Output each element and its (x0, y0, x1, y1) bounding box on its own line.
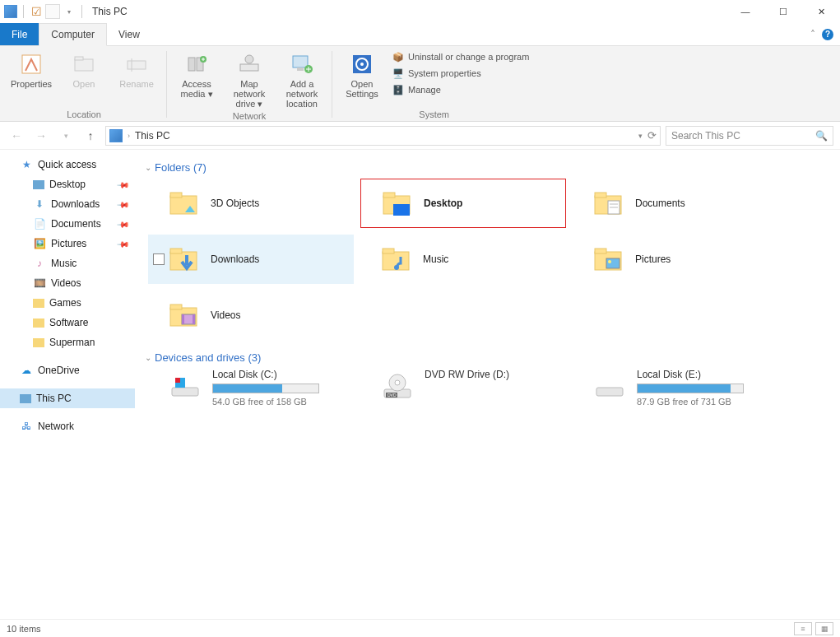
address-bar[interactable]: › This PC ▾ ⟳ (105, 126, 661, 146)
videos-icon: 🎞️ (33, 277, 46, 290)
svg-rect-2 (75, 57, 83, 60)
sidebar-item-software[interactable]: Software (0, 313, 135, 332)
breadcrumb[interactable]: This PC (135, 130, 170, 142)
ribbon-tabs: File Computer View ˄ ? (0, 23, 840, 46)
sidebar-item-pictures[interactable]: 🖼️Pictures📌 (0, 234, 135, 253)
drive-usage-bar (212, 384, 319, 393)
open-settings-button[interactable]: Open Settings (337, 48, 387, 99)
search-box[interactable]: Search This PC 🔍 (666, 126, 833, 146)
computer-tab[interactable]: Computer (39, 23, 107, 46)
map-drive-icon (236, 51, 262, 77)
quick-access-toolbar: ☑ ▾ (3, 4, 86, 19)
folders-section-header[interactable]: ⌄ Folders (7) (145, 161, 830, 174)
sidebar-item-games[interactable]: Games (0, 293, 135, 313)
system-properties-button[interactable]: 🖥️System properties (390, 66, 531, 81)
folder-icon (33, 299, 44, 308)
folder-icon (380, 242, 415, 277)
folder-pictures[interactable]: Pictures (573, 235, 778, 284)
sidebar-item-videos[interactable]: 🎞️Videos (0, 273, 135, 293)
svg-rect-34 (606, 258, 620, 268)
qat-dropdown-icon[interactable]: ▾ (62, 4, 77, 19)
forward-button[interactable]: → (31, 126, 51, 146)
settings-icon (349, 51, 375, 77)
details-view-button[interactable]: ≡ (794, 622, 812, 635)
sidebar-item-documents[interactable]: 📄Documents📌 (0, 214, 135, 234)
minimize-button[interactable]: — (726, 0, 764, 23)
nav-sidebar: ★ Quick access Desktop📌 ⬇Downloads📌 📄Doc… (0, 150, 135, 619)
folders-grid: 3D Objects Desktop Documents Downloads M… (148, 179, 830, 340)
maximize-button[interactable]: ☐ (764, 0, 802, 23)
up-button[interactable]: ↑ (81, 126, 100, 146)
folder-icon (168, 298, 202, 332)
separator (332, 51, 332, 118)
drive-dvd[interactable]: DVD DVD RW Drive (D:) (360, 369, 566, 407)
sysprops-icon: 🖥️ (392, 67, 405, 80)
sidebar-network[interactable]: 🖧Network (0, 416, 135, 436)
view-tab[interactable]: View (107, 23, 151, 45)
close-button[interactable]: ✕ (802, 0, 840, 23)
folder-videos[interactable]: Videos (148, 291, 354, 340)
system-buttons: 📦Uninstall or change a program 🖥️System … (390, 48, 531, 97)
network-icon: 🖧 (20, 420, 33, 433)
drive-info: DVD RW Drive (D:) (425, 369, 509, 380)
file-tab[interactable]: File (0, 23, 39, 45)
sidebar-item-downloads[interactable]: ⬇Downloads📌 (0, 194, 135, 214)
folder-icon (592, 242, 627, 277)
folder-desktop[interactable]: Desktop (360, 179, 566, 228)
address-dropdown-icon[interactable]: ▾ (638, 132, 643, 140)
pc-icon (109, 129, 123, 142)
add-location-icon (289, 51, 315, 77)
properties-qat-icon[interactable]: ☑ (29, 4, 44, 19)
refresh-button[interactable]: ⟳ (647, 129, 657, 142)
back-button[interactable]: ← (7, 126, 26, 146)
documents-icon: 📄 (33, 217, 46, 230)
map-network-drive-button[interactable]: Map network drive ▾ (225, 48, 274, 109)
sidebar-item-music[interactable]: ♪Music (0, 253, 135, 273)
svg-rect-23 (595, 193, 606, 198)
chevron-down-icon: ⌄ (145, 353, 151, 362)
folder-icon (168, 242, 202, 277)
sidebar-item-superman[interactable]: Superman (0, 332, 135, 352)
uninstall-button[interactable]: 📦Uninstall or change a program (390, 49, 531, 64)
sidebar-quick-access[interactable]: ★ Quick access (0, 155, 135, 174)
chevron-down-icon: ⌄ (145, 163, 151, 172)
help-icon[interactable]: ? (822, 29, 833, 40)
chevron-right-icon: › (128, 132, 130, 140)
svg-rect-27 (170, 252, 197, 270)
separator (81, 5, 82, 18)
large-icons-view-button[interactable]: ▦ (815, 622, 833, 635)
drives-section-header[interactable]: ⌄ Devices and drives (3) (145, 351, 830, 364)
add-network-location-button[interactable]: Add a network location (277, 48, 327, 109)
drive-e[interactable]: Local Disk (E:) 87.9 GB free of 731 GB (573, 369, 778, 407)
svg-rect-20 (383, 193, 395, 198)
recent-dropdown[interactable]: ▾ (56, 126, 76, 146)
rename-icon (123, 51, 150, 77)
sidebar-item-desktop[interactable]: Desktop📌 (0, 174, 135, 194)
manage-button[interactable]: 🗄️Manage (390, 82, 531, 97)
folder-3d-objects[interactable]: 3D Objects (148, 179, 354, 228)
sidebar-this-pc[interactable]: This PC (0, 388, 135, 408)
access-media-button[interactable]: Access media ▾ (172, 48, 221, 100)
folder-downloads[interactable]: Downloads (148, 235, 354, 284)
folder-documents[interactable]: Documents (573, 179, 778, 228)
pictures-icon: 🖼️ (33, 237, 46, 250)
drives-grid: Local Disk (C:) 54.0 GB free of 158 GB D… (148, 369, 830, 407)
pc-icon (20, 394, 31, 403)
separator (23, 5, 24, 18)
properties-button[interactable]: Properties (7, 48, 56, 89)
checkbox[interactable] (153, 253, 165, 265)
pin-icon: 📌 (117, 237, 130, 250)
ribbon-group-location: Properties Open Rename Location (3, 48, 165, 121)
folder-music[interactable]: Music (360, 235, 566, 284)
collapse-ribbon-icon[interactable]: ˄ (810, 29, 815, 40)
drive-icon (592, 369, 627, 403)
new-folder-qat-icon[interactable] (45, 4, 60, 19)
desktop-icon (33, 180, 44, 189)
downloads-icon: ⬇ (33, 198, 46, 211)
separator (166, 51, 167, 118)
drive-c[interactable]: Local Disk (C:) 54.0 GB free of 158 GB (148, 369, 354, 407)
sidebar-onedrive[interactable]: ☁OneDrive (0, 360, 135, 380)
drive-icon (168, 369, 202, 403)
svg-rect-33 (595, 249, 606, 253)
view-switcher: ≡ ▦ (794, 622, 833, 635)
